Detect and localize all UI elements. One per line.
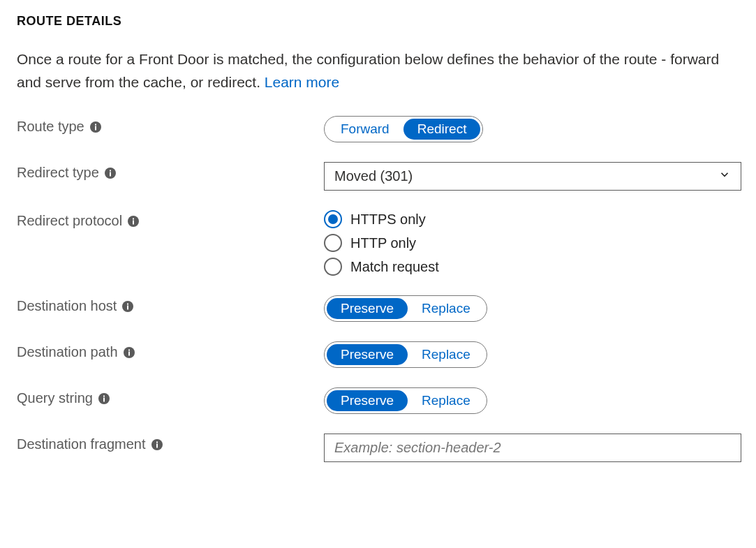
radio-label: Match request xyxy=(350,259,439,275)
description-text: Once a route for a Front Door is matched… xyxy=(17,51,719,90)
destination-fragment-label: Destination fragment xyxy=(17,434,324,452)
redirect-protocol-label: Redirect protocol xyxy=(17,210,324,229)
route-type-label: Route type xyxy=(17,116,324,135)
radio-label: HTTP only xyxy=(350,235,416,251)
svg-rect-16 xyxy=(103,397,105,401)
query-string-toggle[interactable]: Preserve Replace xyxy=(324,387,487,414)
destination-path-label: Destination path xyxy=(17,341,324,360)
query-string-label: Query string xyxy=(17,387,324,406)
destination-host-preserve[interactable]: Preserve xyxy=(327,298,408,319)
redirect-protocol-match-request[interactable]: Match request xyxy=(324,258,741,276)
svg-rect-19 xyxy=(156,443,158,447)
chevron-down-icon xyxy=(718,168,731,184)
svg-rect-7 xyxy=(133,220,134,224)
svg-rect-14 xyxy=(128,349,130,350)
info-icon[interactable] xyxy=(124,347,135,358)
info-icon[interactable] xyxy=(90,121,101,133)
route-type-redirect[interactable]: Redirect xyxy=(403,119,481,140)
redirect-protocol-radiogroup: HTTPS only HTTP only Match request xyxy=(324,210,741,276)
route-type-toggle[interactable]: Forward Redirect xyxy=(324,116,483,142)
redirect-type-label: Redirect type xyxy=(17,162,324,181)
svg-rect-10 xyxy=(127,305,128,309)
info-icon[interactable] xyxy=(151,439,163,450)
radio-icon xyxy=(324,258,342,276)
destination-host-label-text: Destination host xyxy=(17,298,117,314)
svg-rect-1 xyxy=(95,126,96,130)
radio-label: HTTPS only xyxy=(350,212,426,228)
destination-host-toggle[interactable]: Preserve Replace xyxy=(324,295,487,322)
svg-rect-17 xyxy=(103,395,105,397)
destination-host-label: Destination host xyxy=(17,295,324,314)
section-description: Once a route for a Front Door is matched… xyxy=(17,48,736,94)
svg-rect-2 xyxy=(95,124,96,125)
info-icon[interactable] xyxy=(98,393,110,404)
svg-rect-5 xyxy=(110,170,111,171)
info-icon[interactable] xyxy=(122,301,133,312)
radio-icon xyxy=(324,234,342,252)
destination-fragment-label-text: Destination fragment xyxy=(17,436,146,452)
destination-fragment-input[interactable] xyxy=(324,434,741,462)
redirect-type-value: Moved (301) xyxy=(334,168,413,184)
redirect-protocol-label-text: Redirect protocol xyxy=(17,213,122,229)
learn-more-link[interactable]: Learn more xyxy=(265,74,339,90)
radio-icon xyxy=(324,210,342,228)
destination-path-replace[interactable]: Replace xyxy=(408,344,484,365)
query-string-preserve[interactable]: Preserve xyxy=(327,390,408,411)
svg-rect-11 xyxy=(127,303,128,304)
svg-rect-13 xyxy=(128,351,130,355)
info-icon[interactable] xyxy=(128,216,139,227)
destination-host-replace[interactable]: Replace xyxy=(408,298,484,319)
query-string-replace[interactable]: Replace xyxy=(408,390,484,411)
destination-path-preserve[interactable]: Preserve xyxy=(327,344,408,365)
redirect-type-dropdown[interactable]: Moved (301) xyxy=(324,162,741,191)
destination-path-toggle[interactable]: Preserve Replace xyxy=(324,341,487,368)
route-type-forward[interactable]: Forward xyxy=(327,119,403,140)
svg-rect-4 xyxy=(110,172,111,176)
redirect-type-label-text: Redirect type xyxy=(17,165,99,181)
redirect-protocol-http-only[interactable]: HTTP only xyxy=(324,234,741,252)
destination-path-label-text: Destination path xyxy=(17,344,118,360)
query-string-label-text: Query string xyxy=(17,390,93,406)
info-icon[interactable] xyxy=(105,168,116,179)
svg-rect-20 xyxy=(156,441,158,443)
route-type-label-text: Route type xyxy=(17,119,84,135)
redirect-protocol-https-only[interactable]: HTTPS only xyxy=(324,210,741,228)
svg-rect-8 xyxy=(133,218,134,219)
section-title: ROUTE DETAILS xyxy=(17,14,742,29)
